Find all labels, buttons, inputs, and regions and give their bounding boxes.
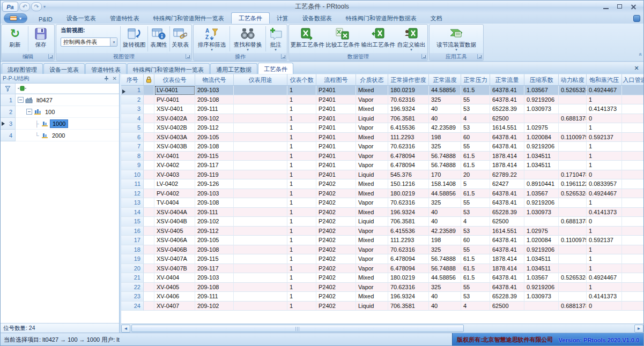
cell-z[interactable]: 1.03567 <box>524 273 559 283</box>
cell-satvp[interactable]: 0.592137 <box>587 133 622 142</box>
cell-seq[interactable]: 7 <box>121 142 144 152</box>
cell-flow[interactable]: 64378.41 <box>490 198 524 208</box>
cell-flow[interactable]: 64378.41 <box>490 236 524 245</box>
cell-temp[interactable]: 40 <box>429 208 461 217</box>
cell-seq[interactable]: 19 <box>121 254 144 264</box>
cell-purpose[interactable] <box>234 227 287 236</box>
current-view-select[interactable]: 控制阀条件表 ▾ <box>61 37 117 47</box>
dialog-launcher-icon[interactable] <box>281 54 286 59</box>
cell-drawing[interactable]: P2401 <box>316 133 356 142</box>
cell-purpose[interactable] <box>234 104 287 114</box>
cell-inlet[interactable] <box>622 133 643 142</box>
cell-visc[interactable] <box>559 208 587 217</box>
chevron-down-icon[interactable]: ▾ <box>110 38 117 46</box>
cell-inlet[interactable] <box>622 273 643 283</box>
cell-lock[interactable] <box>144 133 154 142</box>
cell-state[interactable]: Vapor <box>356 245 388 255</box>
cell-drawing[interactable]: P2402 <box>316 208 356 217</box>
dialog-launcher-icon[interactable] <box>186 54 190 59</box>
cell-tag[interactable]: XSV-0405 <box>154 227 195 236</box>
cell-pressure[interactable]: 4 <box>461 302 490 311</box>
table-row[interactable]: 5XSV-0402B209-1121P2401Vapor6.41553642.2… <box>121 123 643 133</box>
cell-inlet[interactable] <box>622 86 643 95</box>
scrollbar-thumb[interactable] <box>131 325 464 332</box>
ribbon-tab-8[interactable]: 特殊阀门和管道附件数据表 <box>339 13 424 24</box>
ribbon-tab-3[interactable]: 管道特性表 <box>103 13 146 24</box>
cell-state[interactable]: Vapor <box>356 95 388 105</box>
cell-seq[interactable]: 5 <box>121 123 144 133</box>
cell-tag[interactable]: XSV-0404B <box>154 217 195 227</box>
cell-drawing[interactable]: P2401 <box>316 86 356 95</box>
cell-flow[interactable]: 65228.39 <box>490 208 524 217</box>
cell-seq[interactable]: 9 <box>121 161 144 170</box>
cell-visc[interactable]: 0.1100979 <box>559 236 587 245</box>
cell-pressure[interactable]: 4 <box>461 114 490 124</box>
cell-count[interactable]: 1 <box>287 245 316 255</box>
cell-temp[interactable]: 56.74888 <box>429 161 461 170</box>
doc-tab-6[interactable]: 工艺条件 <box>258 63 293 74</box>
cell-state[interactable]: Liquid <box>356 217 388 227</box>
cell-drawing[interactable]: P2402 <box>316 189 356 199</box>
close-button[interactable] <box>630 3 638 11</box>
cell-drawing[interactable]: P2401 <box>316 161 356 170</box>
update-conditions-button[interactable]: 更新工艺条件 <box>290 25 324 52</box>
column-header-seq[interactable]: 序号 <box>121 74 144 86</box>
cell-visc[interactable] <box>559 161 587 170</box>
cell-visc[interactable] <box>559 142 587 152</box>
cell-visc[interactable] <box>559 245 587 255</box>
cell-z[interactable]: 0.8910441 <box>524 179 559 189</box>
find-replace-button[interactable]: 查找和替换 ▾ <box>231 25 265 52</box>
doc-tab-1[interactable]: 流程图管理 <box>2 63 43 74</box>
cell-flow[interactable]: 1614.551 <box>490 123 524 133</box>
cell-flow[interactable]: 1614.551 <box>490 227 524 236</box>
cell-pressure[interactable]: 53 <box>461 104 490 114</box>
cell-purpose[interactable] <box>234 189 287 199</box>
cell-tag[interactable]: XSV-0404A <box>154 208 195 217</box>
cell-stream[interactable]: 209-126 <box>195 179 234 189</box>
cell-pressure[interactable]: 55 <box>461 142 490 152</box>
cell-z[interactable]: 0.9219206 <box>524 95 559 105</box>
cell-density[interactable]: 70.62316 <box>388 283 429 292</box>
cell-tag[interactable]: XSV-0406A <box>154 236 195 245</box>
cell-density[interactable]: 180.0219 <box>388 86 429 95</box>
collapse-icon[interactable] <box>18 97 24 103</box>
cell-visc[interactable] <box>559 254 587 264</box>
table-row[interactable]: 13TV-0404209-1081P2402Vapor70.6231632555… <box>121 198 643 208</box>
table-properties-button[interactable]: 表属性 <box>149 25 169 52</box>
cell-stream[interactable]: 209-112 <box>195 227 234 236</box>
cell-lock[interactable] <box>144 161 154 170</box>
cell-seq[interactable]: 11 <box>121 179 144 189</box>
cell-inlet[interactable] <box>622 245 643 255</box>
cell-stream[interactable]: 209-111 <box>195 208 234 217</box>
cell-tag[interactable]: XV-0402 <box>154 161 195 170</box>
cell-inlet[interactable] <box>622 95 643 105</box>
cell-lock[interactable] <box>144 292 154 302</box>
cell-flow[interactable]: 65228.39 <box>490 104 524 114</box>
cell-inlet[interactable] <box>622 227 643 236</box>
cell-state[interactable]: Liquid <box>356 114 388 124</box>
cell-tag[interactable]: PV-0402 <box>154 189 195 199</box>
filter-criteria-icon[interactable] <box>16 84 119 94</box>
cell-count[interactable]: 1 <box>287 283 316 292</box>
cell-visc[interactable]: 0.1710478 <box>559 170 587 180</box>
cell-flow[interactable]: 64378.41 <box>490 245 524 255</box>
cell-pressure[interactable]: 20 <box>461 170 490 180</box>
linked-table-button[interactable]: 关联表 <box>171 25 191 52</box>
cell-temp[interactable]: 42.23589 <box>429 227 461 236</box>
cell-seq[interactable]: 21 <box>121 273 144 283</box>
cell-lock[interactable] <box>144 104 154 114</box>
cell-inlet[interactable] <box>622 161 643 170</box>
cell-pressure[interactable]: 53 <box>461 292 490 302</box>
cell-inlet[interactable] <box>622 292 643 302</box>
cell-count[interactable]: 1 <box>287 292 316 302</box>
cell-z[interactable]: 1.034511 <box>524 161 559 170</box>
dialog-launcher-icon[interactable] <box>477 54 482 59</box>
cell-pressure[interactable]: 55 <box>461 95 490 105</box>
cell-flow[interactable]: 64378.41 <box>490 95 524 105</box>
cell-z[interactable]: 1.034511 <box>524 152 559 161</box>
cell-seq[interactable]: 22 <box>121 283 144 292</box>
cell-inlet[interactable] <box>622 208 643 217</box>
cell-pressure[interactable]: 61.5 <box>461 264 490 274</box>
cell-seq[interactable]: 3 <box>121 104 144 114</box>
column-header-flow[interactable]: 正常流量 <box>490 74 524 86</box>
